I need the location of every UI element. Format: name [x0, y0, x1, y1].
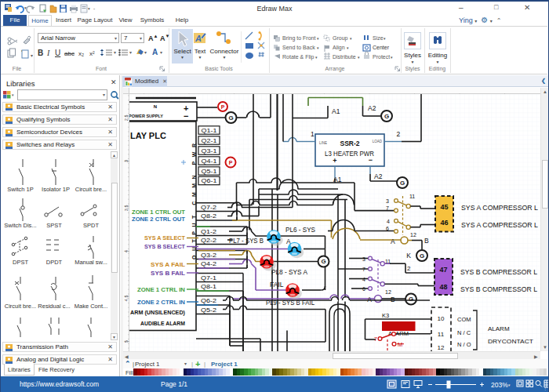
svg-text:Protect: Protect	[373, 54, 390, 60]
svg-text:A: A	[391, 238, 395, 245]
svg-text:SPDT: SPDT	[83, 222, 99, 229]
svg-text:Switch 1P: Switch 1P	[7, 186, 33, 193]
svg-text:Send to Back: Send to Back	[282, 45, 315, 50]
svg-text:Q6-2: Q6-2	[201, 297, 216, 304]
svg-text:U: U	[55, 49, 60, 57]
svg-text:Q5-2: Q5-2	[201, 307, 216, 314]
svg-text:x²: x²	[89, 50, 95, 57]
svg-text:45: 45	[440, 203, 448, 211]
svg-text:4: 4	[362, 277, 365, 282]
svg-text:Q5-1: Q5-1	[202, 168, 217, 175]
svg-text:SSR-2: SSR-2	[340, 140, 359, 147]
svg-text:Q3-2: Q3-2	[201, 252, 216, 259]
svg-text:4.5: 4.5	[124, 296, 129, 302]
svg-text:11: 11	[438, 331, 445, 338]
svg-text:ZONE 2 CTRL IN: ZONE 2 CTRL IN	[137, 299, 185, 306]
svg-text:ALARM: ALARM	[488, 325, 510, 332]
svg-text:SYS A FAIL: SYS A FAIL	[151, 261, 185, 268]
svg-text:2: 2	[397, 130, 401, 138]
svg-text:SYS B SELECT: SYS B SELECT	[144, 243, 185, 250]
svg-text:Group: Group	[333, 35, 348, 42]
svg-text:COM: COM	[457, 316, 471, 323]
svg-text:Q8-2: Q8-2	[201, 212, 216, 220]
svg-text:3.5: 3.5	[124, 205, 129, 212]
svg-text:Switch Dis...: Switch Dis...	[4, 222, 36, 229]
svg-text:▾: ▾	[350, 36, 352, 41]
svg-text:7: 7	[374, 336, 377, 343]
svg-text:Q1-1: Q1-1	[202, 127, 217, 134]
svg-text:Q7-2: Q7-2	[201, 204, 216, 211]
svg-text:Center: Center	[373, 45, 390, 50]
svg-text:203%: 203%	[491, 381, 508, 389]
svg-text:SYS B COMPRESSOR L: SYS B COMPRESSOR L	[460, 285, 537, 293]
svg-text:Manual sw...: Manual sw...	[75, 259, 107, 266]
svg-text:▾: ▾	[31, 53, 33, 58]
svg-text:G: G	[409, 296, 413, 303]
svg-text:A2: A2	[368, 104, 376, 112]
svg-text:▾: ▾	[12, 93, 14, 97]
svg-text:SYS B COMPRESSOR L: SYS B COMPRESSOR L	[460, 268, 537, 276]
svg-text:G: G	[420, 252, 424, 260]
svg-text:P: P	[229, 160, 233, 165]
svg-text:ZONE 1 CTRL OUT: ZONE 1 CTRL OUT	[132, 209, 185, 216]
svg-text:ARM (UNSILENCED): ARM (UNSILENCED)	[130, 309, 185, 316]
svg-text:Residual c...: Residual c...	[38, 303, 70, 310]
svg-text:N / C: N / C	[457, 329, 471, 336]
svg-text:10: 10	[438, 315, 445, 322]
svg-text:3: 3	[362, 256, 365, 262]
svg-text:4: 4	[387, 219, 390, 224]
svg-text:Q4-1: Q4-1	[202, 158, 217, 165]
svg-text:6: 6	[362, 286, 365, 292]
svg-text:▾: ▾	[384, 36, 386, 41]
svg-text:47: 47	[439, 266, 447, 274]
svg-text:G: G	[400, 180, 405, 187]
svg-text:G: G	[321, 258, 325, 265]
svg-text:P: P	[221, 104, 225, 110]
svg-text:PL6 - SYS: PL6 - SYS	[285, 226, 315, 234]
svg-text:▾: ▾	[88, 6, 90, 11]
svg-text:K: K	[406, 252, 411, 260]
svg-text:−: −	[369, 156, 373, 164]
svg-text:Size: Size	[373, 35, 384, 41]
svg-text:▾: ▾	[160, 50, 162, 55]
svg-text:▾: ▾	[315, 55, 318, 60]
svg-text:Q6-1: Q6-1	[202, 177, 217, 184]
svg-text:▾: ▾	[347, 45, 349, 50]
svg-text:4: 4	[124, 250, 129, 252]
svg-text:+: +	[333, 157, 336, 165]
svg-text:Circuit bre...: Circuit bre...	[5, 303, 36, 310]
svg-text:7: 7	[362, 267, 365, 272]
svg-text:A: A	[367, 296, 372, 303]
svg-text:K3: K3	[382, 312, 389, 319]
svg-text:Q2-2: Q2-2	[201, 237, 216, 244]
svg-text:▾: ▾	[358, 55, 360, 60]
svg-text:−: −	[184, 111, 188, 121]
svg-text:Make Cont...: Make Cont...	[75, 303, 108, 310]
svg-text:A: A	[152, 48, 158, 56]
svg-text:7: 7	[386, 205, 389, 211]
svg-text:B: B	[38, 49, 43, 57]
svg-text:I: I	[46, 49, 50, 57]
svg-text:POWER SUPPLY: POWER SUPPLY	[129, 114, 163, 118]
svg-text:ZONE 1 CTRL IN: ZONE 1 CTRL IN	[137, 286, 185, 293]
svg-text:Distribute: Distribute	[333, 54, 356, 60]
svg-text:ZONE 2 CTRL OUT: ZONE 2 CTRL OUT	[132, 216, 185, 223]
svg-text:▾: ▾	[508, 383, 511, 387]
svg-text:LOAD: LOAD	[373, 140, 383, 143]
svg-text:SYS A COMPRESSOR L: SYS A COMPRESSOR L	[461, 221, 538, 229]
svg-text:PL7 - SYS B: PL7 - SYS B	[229, 237, 264, 245]
svg-text:A1: A1	[332, 107, 340, 115]
svg-text:G: G	[384, 113, 389, 120]
svg-text:A2: A2	[374, 172, 383, 180]
svg-text:▾: ▾	[317, 45, 319, 50]
svg-text:12: 12	[438, 344, 445, 351]
svg-text:x₂: x₂	[78, 50, 84, 57]
svg-text:N: N	[154, 104, 157, 109]
svg-text:B: B	[424, 237, 429, 245]
svg-text:▾: ▾	[317, 36, 319, 41]
svg-text:3: 3	[386, 198, 389, 204]
svg-text:48: 48	[439, 283, 447, 291]
svg-text:LAY PLC: LAY PLC	[130, 131, 166, 140]
svg-text:abc: abc	[64, 50, 75, 57]
svg-text:Q1-2: Q1-2	[201, 228, 216, 235]
